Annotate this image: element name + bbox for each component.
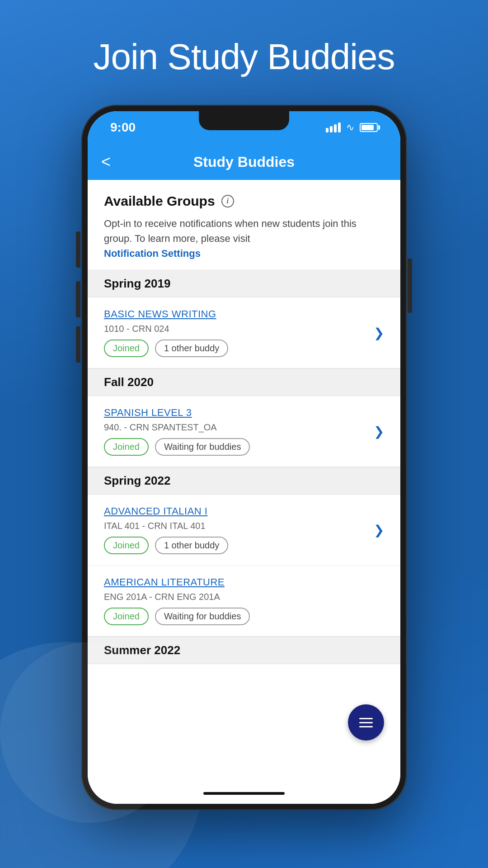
signal-icon — [326, 123, 341, 132]
course-name: AMERICAN LITERATURE — [104, 576, 384, 588]
course-name: SPANISH LEVEL 3 — [104, 407, 367, 419]
badge-joined: Joined — [104, 340, 149, 357]
phone-inner: Available Groups i Opt-in to receive not… — [88, 180, 400, 804]
course-spanish-level-3[interactable]: SPANISH LEVEL 3 940. - CRN SPANTEST_OA J… — [88, 396, 400, 467]
notch — [199, 111, 289, 130]
course-name: BASIC NEWS WRITING — [104, 308, 367, 320]
badge-joined: Joined — [104, 438, 149, 456]
info-icon[interactable]: i — [221, 195, 234, 208]
app-header-title: Study Buddies — [193, 154, 295, 170]
chevron-right-icon: ❯ — [374, 424, 384, 439]
wifi-icon: ∿ — [346, 122, 354, 133]
status-time: 9:00 — [110, 120, 136, 135]
back-button[interactable]: < — [101, 152, 111, 171]
chevron-right-icon: ❯ — [374, 523, 384, 538]
section-spring-2022: Spring 2022 — [88, 467, 400, 495]
available-groups-title: Available Groups i — [104, 193, 384, 209]
course-badges: Joined Waiting for buddies — [104, 438, 367, 456]
course-crn: 1010 - CRN 024 — [104, 324, 367, 334]
course-info: ADVANCED ITALIAN I ITAL 401 - CRN ITAL 4… — [104, 505, 367, 554]
course-badges: Joined 1 other buddy — [104, 537, 367, 554]
course-crn: ENG 201A - CRN ENG 201A — [104, 592, 384, 602]
section-spring-2022-label: Spring 2022 — [104, 474, 170, 487]
badge-buddy: 1 other buddy — [155, 537, 228, 554]
section-spring-2019: Spring 2019 — [88, 270, 400, 297]
battery-icon — [360, 123, 378, 132]
chevron-right-icon: ❯ — [374, 326, 384, 340]
badge-joined: Joined — [104, 608, 149, 625]
badge-waiting: Waiting for buddies — [155, 438, 250, 456]
course-info: BASIC NEWS WRITING 1010 - CRN 024 Joined… — [104, 308, 367, 357]
available-groups-section: Available Groups i Opt-in to receive not… — [88, 180, 400, 270]
course-badges: Joined Waiting for buddies — [104, 608, 384, 625]
phone-screen: 9:00 ∿ < Study Buddies Avai — [88, 111, 400, 804]
available-groups-heading: Available Groups — [104, 193, 215, 209]
section-summer-2022-label: Summer 2022 — [104, 643, 180, 657]
section-fall-2020: Fall 2020 — [88, 368, 400, 396]
course-advanced-italian[interactable]: ADVANCED ITALIAN I ITAL 401 - CRN ITAL 4… — [88, 495, 400, 566]
fab-menu-button[interactable] — [348, 704, 384, 741]
course-basic-news-writing[interactable]: BASIC NEWS WRITING 1010 - CRN 024 Joined… — [88, 297, 400, 368]
status-icons: ∿ — [326, 122, 378, 133]
course-crn: ITAL 401 - CRN ITAL 401 — [104, 521, 367, 531]
badge-buddy: 1 other buddy — [155, 340, 228, 357]
home-indicator — [88, 787, 400, 804]
home-bar — [203, 792, 285, 795]
notification-settings-link[interactable]: Notification Settings — [104, 248, 201, 259]
section-summer-2022: Summer 2022 — [88, 637, 400, 664]
page-title: Join Study Buddies — [94, 36, 395, 78]
opt-in-description: Opt-in to receive notifications when new… — [104, 216, 384, 261]
content-area[interactable]: Available Groups i Opt-in to receive not… — [88, 180, 400, 787]
course-american-literature[interactable]: AMERICAN LITERATURE ENG 201A - CRN ENG 2… — [88, 566, 400, 637]
badge-waiting: Waiting for buddies — [155, 608, 250, 625]
app-header: < Study Buddies — [88, 144, 400, 180]
badge-joined: Joined — [104, 537, 149, 554]
course-info: AMERICAN LITERATURE ENG 201A - CRN ENG 2… — [104, 576, 384, 625]
hamburger-icon — [359, 718, 373, 727]
section-fall-2020-label: Fall 2020 — [104, 375, 154, 389]
course-crn: 940. - CRN SPANTEST_OA — [104, 422, 367, 433]
phone-frame: 9:00 ∿ < Study Buddies Avai — [81, 105, 407, 810]
section-spring-2019-label: Spring 2019 — [104, 277, 170, 290]
course-info: SPANISH LEVEL 3 940. - CRN SPANTEST_OA J… — [104, 407, 367, 456]
course-badges: Joined 1 other buddy — [104, 340, 367, 357]
course-name: ADVANCED ITALIAN I — [104, 505, 367, 517]
